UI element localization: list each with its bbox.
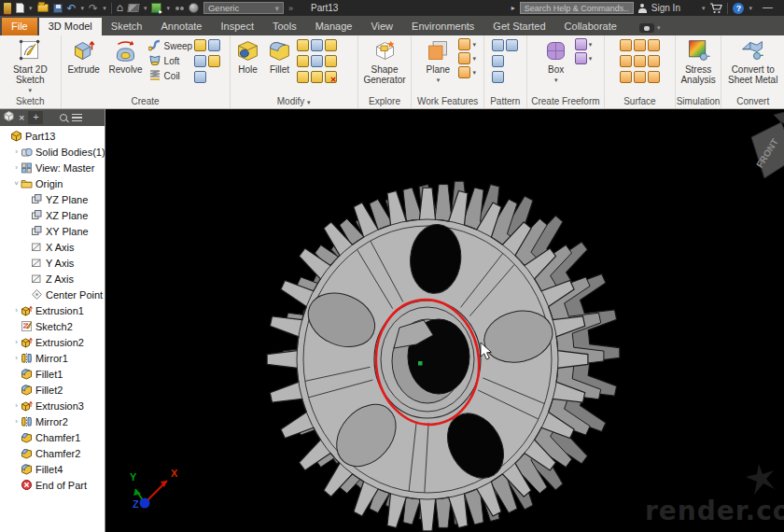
expander-icon[interactable]: ˅ [12, 179, 21, 188]
freeform-plane-icon[interactable] [575, 38, 587, 50]
tree-item-solid-bodies-1-[interactable]: ›Solid Bodies(1) [0, 144, 105, 160]
tab-tools[interactable]: Tools [263, 18, 306, 35]
tree-item-fillet4[interactable]: Fillet4 [0, 461, 105, 477]
loft-button[interactable]: Loft [148, 53, 193, 68]
point-icon[interactable] [458, 52, 470, 64]
rectangular-pattern-icon[interactable] [492, 39, 504, 51]
tree-item-origin[interactable]: ˅Origin [0, 175, 105, 191]
panel-label-surface[interactable]: Surface [605, 95, 675, 108]
panel-label-simulation[interactable]: Simulation [676, 95, 721, 108]
component-caret-icon[interactable]: ▾ [166, 5, 170, 12]
appearance-caret-icon[interactable]: ▾ [144, 5, 147, 12]
tree-item-yz-plane[interactable]: YZ Plane [0, 191, 105, 207]
decal-icon[interactable] [194, 55, 206, 67]
tab-sketch[interactable]: Sketch [102, 18, 152, 35]
panel-label-work-features[interactable]: Work Features [412, 95, 483, 108]
expander-icon[interactable]: › [12, 401, 21, 410]
boundary-icon[interactable] [634, 39, 646, 51]
tab-get-started[interactable]: Get Started [483, 18, 554, 35]
sign-in-caret-icon[interactable]: ▾ [702, 5, 706, 12]
tree-item-mirror2[interactable]: ›Mirror2 [0, 413, 105, 429]
derive-icon[interactable] [194, 71, 206, 83]
panel-label-pattern[interactable]: Pattern [484, 95, 526, 108]
tree-item-extrusion1[interactable]: ›Extrusion1 [0, 302, 105, 318]
freeform-face-icon[interactable] [575, 52, 587, 64]
sweep-button[interactable]: Sweep [148, 38, 193, 53]
redo-icon[interactable]: ↷ [89, 2, 98, 14]
import-icon[interactable] [208, 39, 220, 51]
expander-icon[interactable]: › [12, 306, 21, 315]
toolbar-overflow-icon[interactable]: » [288, 4, 293, 13]
tab-3d-model[interactable]: 3D Model [39, 18, 102, 35]
tree-item-xz-plane[interactable]: XZ Plane [0, 207, 105, 223]
tree-item-view-master[interactable]: ›View: Master [0, 160, 105, 175]
start-2d-sketch-button[interactable]: Start 2D Sketch ▾ [3, 38, 58, 95]
help-icon[interactable]: ? [733, 2, 744, 14]
panel-label-create[interactable]: Create [62, 95, 230, 108]
material-sphere-icon[interactable] [189, 2, 199, 14]
chamfer-icon[interactable] [297, 39, 309, 51]
expander-icon[interactable]: › [12, 338, 21, 346]
app-store-cart-icon[interactable] [709, 2, 722, 14]
sign-in-button[interactable]: Sign In [651, 3, 680, 13]
browser-search-icon[interactable] [60, 114, 68, 122]
tree-item-z-axis[interactable]: Z Axis [0, 271, 105, 287]
tree-item-xy-plane[interactable]: XY Plane [0, 223, 105, 239]
sketch-driven-pattern-icon[interactable] [506, 39, 518, 51]
tab-view[interactable]: View [361, 18, 402, 35]
model-browser-tab-icon[interactable] [3, 109, 15, 126]
sculpt-icon[interactable] [634, 71, 646, 83]
undo-icon[interactable]: ↶ [67, 2, 77, 14]
panel-label-modify[interactable]: Modify ▾ [231, 95, 357, 108]
expander-icon[interactable]: › [12, 147, 21, 156]
viewport-3d[interactable]: FRONTXYZrender.com.b [105, 109, 784, 532]
mirror-pattern-icon[interactable] [492, 55, 504, 67]
replace-face-icon[interactable] [325, 55, 337, 67]
small-spheres-icon[interactable] [175, 2, 184, 14]
component-select-icon[interactable] [151, 2, 161, 14]
tree-item-extrusion3[interactable]: ›Extrusion3 [0, 398, 105, 413]
combine-icon[interactable] [311, 71, 323, 83]
redo-caret-icon[interactable]: ▾ [103, 5, 106, 12]
appearance-icon[interactable] [128, 2, 139, 14]
tree-item-mirror1[interactable]: ›Mirror1 [0, 350, 105, 366]
tree-item-chamfer2[interactable]: Chamfer2 [0, 445, 105, 461]
tab-file[interactable]: File [2, 18, 37, 35]
tree-item-sketch2[interactable]: Sketch2 [0, 318, 105, 334]
tree-item-x-axis[interactable]: X Axis [0, 239, 105, 255]
extend-icon[interactable] [620, 71, 632, 83]
tab-inspect[interactable]: Inspect [212, 18, 263, 35]
convert-to-sheet-metal-button[interactable]: Convert to Sheet Metal [724, 38, 781, 85]
tree-item-end-of-part[interactable]: End of Part [0, 477, 105, 493]
material-dropdown[interactable]: Generic ▾ [203, 2, 284, 14]
draft-icon[interactable] [297, 71, 309, 83]
expander-icon[interactable]: › [12, 354, 21, 362]
tree-item-y-axis[interactable]: Y Axis [0, 255, 105, 271]
viewcube[interactable]: FRONT [751, 109, 784, 178]
fillet-button[interactable]: Fillet [265, 38, 295, 75]
thicken-icon[interactable] [620, 39, 632, 51]
ruled-icon[interactable] [648, 55, 660, 67]
center-point-marker[interactable] [418, 361, 423, 366]
tree-item-extrusion2[interactable]: ›Extrusion2 [0, 334, 105, 350]
tree-item-part13[interactable]: Part13 [0, 128, 105, 144]
undo-caret-icon[interactable]: ▾ [81, 5, 85, 12]
circular-pattern-icon[interactable] [492, 71, 504, 83]
patch-icon[interactable] [620, 55, 632, 67]
thread-icon[interactable] [311, 39, 323, 51]
extrude-button[interactable]: Extrude [64, 38, 104, 75]
shell-icon[interactable] [297, 55, 309, 67]
panel-label-convert[interactable]: Convert [721, 95, 784, 108]
add-browser-tab-icon[interactable]: + [28, 111, 43, 124]
ucs-icon[interactable] [458, 66, 470, 78]
rib-icon[interactable] [208, 55, 220, 67]
tab-collaborate[interactable]: Collaborate [555, 18, 626, 35]
delete-face-icon[interactable] [325, 71, 337, 83]
panel-label-explore[interactable]: Explore [358, 95, 412, 108]
emboss-icon[interactable] [194, 39, 206, 51]
home-view-icon[interactable]: ⌂ [117, 2, 123, 14]
new-file-caret-icon[interactable]: ▾ [29, 5, 33, 12]
stress-analysis-button[interactable]: Stress Analysis [679, 38, 719, 85]
revolve-button[interactable]: Revolve [105, 38, 147, 75]
tree-item-fillet2[interactable]: Fillet2 [0, 382, 105, 398]
